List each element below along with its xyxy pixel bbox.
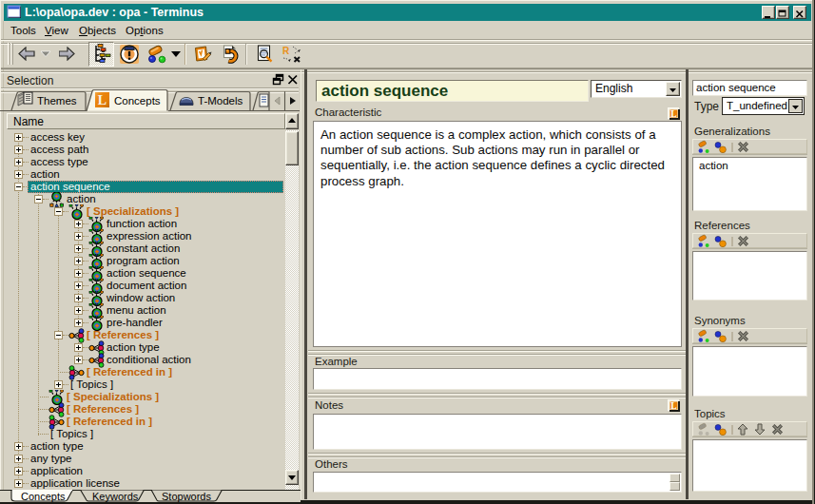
svg-text:Concepts: Concepts bbox=[21, 491, 66, 502]
svg-text:Stopwords: Stopwords bbox=[162, 491, 211, 502]
svg-text:Keywords: Keywords bbox=[92, 491, 139, 502]
svg-text:L: L bbox=[670, 401, 676, 411]
svg-text:L: L bbox=[98, 93, 107, 107]
svg-text:R: R bbox=[282, 46, 290, 56]
svg-text:Concepts: Concepts bbox=[114, 95, 161, 107]
svg-text:Themes: Themes bbox=[37, 95, 77, 107]
svg-text:L: L bbox=[670, 109, 676, 119]
svg-text:T-Models: T-Models bbox=[198, 95, 243, 107]
